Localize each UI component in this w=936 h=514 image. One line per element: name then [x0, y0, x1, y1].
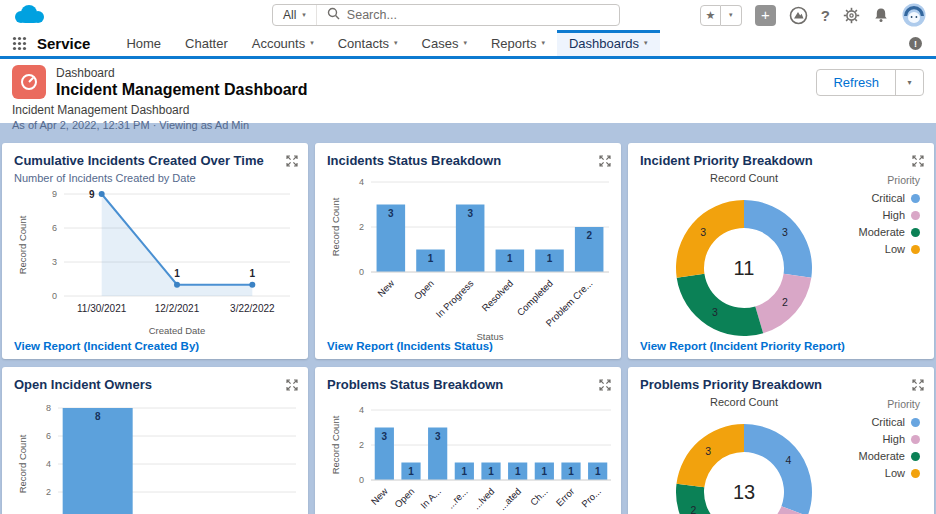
view-report-link[interactable]: View Report (Incidents Status): [327, 340, 493, 352]
search-scope-label: All: [283, 8, 296, 22]
widget-title: Open Incident Owners: [14, 377, 296, 392]
svg-text:2: 2: [359, 440, 364, 450]
svg-text:Ch...: Ch...: [528, 486, 550, 508]
line-chart-cumulative-incidents: 0369Record Count91111/30/202112/2/20213/…: [14, 184, 296, 346]
view-report-link[interactable]: View Report (Incident Created By): [14, 340, 199, 352]
expand-icon[interactable]: [599, 153, 611, 171]
svg-text:...re...: ...re...: [445, 486, 470, 511]
tab-reports[interactable]: Reports▾: [479, 30, 557, 56]
svg-text:In A...: In A...: [418, 486, 443, 511]
chevron-down-icon: ▾: [310, 39, 314, 47]
svg-text:...ated: ...ated: [497, 486, 523, 512]
widget-title: Cumulative Incidents Created Over Time: [14, 153, 296, 168]
widget-subtitle: Number of Incidents Created by Date: [14, 172, 296, 184]
svg-text:Resolved: Resolved: [479, 278, 515, 314]
legend-dot: [911, 452, 920, 461]
svg-text:3: 3: [382, 431, 388, 442]
chevron-down-icon: ▾: [541, 39, 545, 47]
app-nav-bar: Service Home Chatter Accounts▾ Contacts▾…: [0, 30, 936, 59]
favorite-star-icon[interactable]: ★: [700, 5, 721, 26]
tab-chatter[interactable]: Chatter: [173, 30, 240, 56]
global-actions-icon[interactable]: +: [755, 5, 776, 26]
svg-text:New: New: [369, 486, 390, 507]
svg-text:0: 0: [52, 291, 57, 301]
svg-text:Error: Error: [554, 486, 577, 509]
tab-cases[interactable]: Cases▾: [410, 30, 479, 56]
svg-text:3/22/2022: 3/22/2022: [230, 303, 275, 314]
svg-text:Record Count: Record Count: [17, 434, 28, 493]
tab-accounts[interactable]: Accounts▾: [240, 30, 326, 56]
legend-dot: [911, 211, 920, 220]
chart-legend: PriorityCriticalHighModerateLow: [859, 394, 922, 514]
svg-text:Record Count: Record Count: [330, 197, 341, 256]
svg-text:Completed: Completed: [515, 278, 555, 318]
app-launcher-icon[interactable]: [0, 30, 37, 56]
expand-icon[interactable]: [286, 153, 298, 171]
widget-title: Incidents Status Breakdown: [327, 153, 609, 168]
widget-incidents-status: Incidents Status Breakdown 024Record Cou…: [315, 143, 621, 359]
svg-text:11/30/2021: 11/30/2021: [77, 303, 127, 314]
setup-gear-icon[interactable]: [843, 7, 860, 24]
refresh-dropdown-icon[interactable]: ▾: [895, 70, 923, 95]
chart-legend: PriorityCriticalHighModerateLow: [859, 170, 922, 346]
svg-text:0: 0: [359, 475, 364, 485]
help-icon[interactable]: ?: [821, 7, 830, 24]
svg-text:4: 4: [359, 177, 364, 187]
svg-text:Record Count: Record Count: [17, 215, 28, 274]
svg-text:...lved: ...lved: [471, 486, 497, 512]
entity-label: Dashboard: [56, 66, 308, 80]
search-input[interactable]: [347, 8, 619, 22]
widget-title: Incident Priority Breakdown: [640, 153, 922, 168]
expand-icon[interactable]: [286, 377, 298, 395]
header-icons: ★ ▾ + ?: [700, 3, 926, 27]
dashboard-page-header: Dashboard Incident Management Dashboard …: [0, 59, 936, 123]
view-report-link[interactable]: View Report (Incident Priority Report): [640, 340, 845, 352]
legend-item: High: [882, 209, 920, 221]
svg-text:6: 6: [52, 223, 57, 233]
favorites-dropdown-icon[interactable]: ▾: [721, 5, 742, 26]
legend-dot: [911, 418, 920, 427]
svg-text:2: 2: [782, 296, 788, 308]
user-avatar[interactable]: [902, 3, 926, 27]
legend-item: Critical: [871, 416, 920, 428]
svg-text:2: 2: [586, 230, 592, 241]
expand-icon[interactable]: [912, 153, 924, 171]
trailhead-icon[interactable]: [789, 6, 808, 25]
expand-icon[interactable]: [599, 377, 611, 395]
svg-text:3: 3: [467, 208, 473, 219]
legend-item: High: [882, 433, 920, 445]
tab-dashboards[interactable]: Dashboards▾: [557, 30, 660, 56]
svg-text:13: 13: [733, 481, 755, 503]
legend-title: Priority: [887, 398, 920, 410]
svg-text:1: 1: [595, 466, 601, 477]
search-scope-dropdown[interactable]: All ▾: [273, 5, 317, 25]
svg-text:1: 1: [462, 466, 468, 477]
notifications-bell-icon[interactable]: [873, 7, 889, 23]
refresh-button[interactable]: Refresh: [817, 70, 895, 95]
svg-text:3: 3: [435, 431, 441, 442]
legend-dot: [911, 194, 920, 203]
svg-text:1: 1: [515, 466, 521, 477]
legend-item: Low: [885, 243, 920, 255]
svg-text:4: 4: [786, 454, 792, 466]
donut-chart-problems-priority: Record Count442313: [640, 394, 836, 514]
page-title: Incident Management Dashboard: [56, 81, 308, 99]
svg-text:3: 3: [52, 257, 57, 267]
legend-item: Low: [885, 467, 920, 479]
svg-text:8: 8: [46, 403, 51, 413]
widget-title: Problems Status Breakdown: [327, 377, 609, 392]
nav-info-icon[interactable]: !: [909, 37, 922, 50]
svg-text:12/2/2021: 12/2/2021: [155, 303, 200, 314]
svg-text:Created Date: Created Date: [149, 325, 206, 336]
svg-text:8: 8: [95, 411, 101, 422]
widget-incident-priority: Incident Priority Breakdown Record Count…: [628, 143, 934, 359]
chevron-down-icon: ▾: [302, 11, 306, 19]
svg-text:2: 2: [46, 487, 51, 497]
tab-home[interactable]: Home: [114, 30, 173, 56]
legend-title: Priority: [887, 174, 920, 186]
tab-contacts[interactable]: Contacts▾: [326, 30, 410, 56]
expand-icon[interactable]: [912, 377, 924, 395]
svg-text:3: 3: [388, 208, 394, 219]
svg-text:Open: Open: [392, 486, 416, 510]
widget-problems-status: Problems Status Breakdown 024Record Coun…: [315, 367, 621, 514]
